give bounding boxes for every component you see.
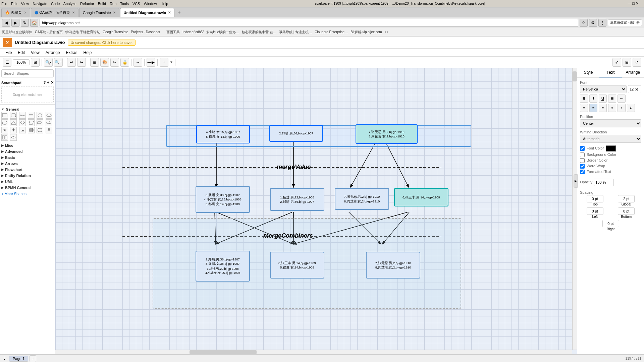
shape-triangle[interactable] [10, 119, 17, 126]
menu-view[interactable]: View [28, 50, 42, 56]
spacing-bottom-input[interactable] [618, 207, 635, 215]
bookmark-1[interactable]: 阿里邮箱企业版邮件 [2, 30, 32, 35]
sidebar-toggle-button[interactable]: ☰ [3, 58, 11, 67]
zoom-in-button[interactable]: 🔍+ [54, 58, 63, 67]
bookmark-8[interactable]: 安装Hue版的一些办… [206, 30, 239, 35]
menu-help[interactable]: Help [81, 50, 95, 56]
bookmark-2[interactable]: OA系统 - 后台首页 [35, 30, 63, 35]
shape-lines[interactable] [28, 112, 35, 119]
vertical-scrollbar[interactable] [572, 68, 577, 350]
opacity-input[interactable] [594, 179, 614, 186]
box-top-2[interactable]: 2,郑晴.男,36,bj-gp-1907 [269, 125, 323, 142]
scratchpad-add-icon[interactable]: + [47, 80, 49, 85]
spacing-global-input[interactable] [618, 195, 635, 202]
word-wrap-checkbox[interactable] [580, 164, 585, 169]
formatted-text-checkbox[interactable] [580, 170, 585, 174]
shape-misc-1[interactable] [1, 134, 8, 141]
shape-ellipse[interactable] [46, 112, 52, 119]
lock-button[interactable]: 🔒 [120, 58, 129, 67]
fullscreen-button[interactable]: ⤢ [612, 58, 621, 67]
canvas-area[interactable]: 4,小晓.女,25,bj-gp-1907 5,都囊.女,14,bj-gp-190… [55, 68, 577, 354]
box-mid-4[interactable]: 6,张三丰.男,14,bj-gp-1909 [394, 188, 448, 206]
reset-button[interactable]: ↺ [633, 58, 641, 67]
shape-cylinder[interactable] [28, 127, 35, 133]
extensions-button[interactable]: ⚙ [589, 19, 597, 27]
undo-button[interactable]: ↩ [67, 58, 76, 67]
menu-file[interactable]: File [3, 50, 14, 56]
align-center-button[interactable]: ≡ [589, 104, 597, 112]
shape-square-rounded[interactable] [1, 119, 8, 126]
panel-toggle-button[interactable]: ⊟ [623, 58, 631, 67]
shape-text[interactable]: Text [19, 112, 26, 119]
browser-tab-1[interactable]: 🔥 火藏页 ✕ [1, 8, 30, 17]
tab-arrange[interactable]: Arrange [622, 68, 644, 77]
more-format-button[interactable]: ⋯ [618, 95, 626, 103]
bold-button[interactable]: B [580, 95, 588, 103]
font-family-select[interactable]: Helvetica Arial Times New Roman [580, 85, 627, 93]
insert-button[interactable]: + [160, 58, 168, 67]
page-settings-button[interactable]: ⋮ [3, 356, 6, 361]
scratchpad-help-icon[interactable]: ? [44, 80, 46, 85]
home-button[interactable]: 🏠 [30, 19, 38, 27]
font-size-input[interactable] [628, 85, 641, 93]
valign-bot-button[interactable]: ⬇ [627, 104, 635, 112]
tab-text[interactable]: Text [599, 68, 622, 77]
shape-cloud[interactable]: ☁ [19, 127, 26, 133]
category-misc[interactable]: Misc [1, 142, 54, 148]
align-right-button[interactable]: ≡ [599, 104, 607, 112]
shape-person[interactable] [46, 127, 52, 133]
category-flowchart[interactable]: Flowchart [1, 166, 54, 172]
zoom-fit-button[interactable]: ⊞ [31, 58, 40, 67]
refresh-button[interactable]: ↻ [21, 19, 29, 27]
more-bookmarks[interactable]: >> [385, 30, 389, 34]
delete-button[interactable]: 🗑 [90, 58, 99, 67]
tab-close-1[interactable]: ✕ [24, 11, 26, 14]
bookmark-4[interactable]: Google Translate [103, 30, 128, 34]
menu-arrange[interactable]: Arrange [43, 50, 63, 56]
underline-button[interactable]: U [599, 95, 607, 103]
shape-cross[interactable]: ✚ [10, 127, 17, 133]
category-entity-relation[interactable]: Entity Relation [1, 172, 54, 178]
font-color-swatch[interactable] [606, 145, 616, 152]
box-mid-2[interactable]: 1,杨过.男,22,bj-gp-1908 2,郑晴.男,36,bj-gp-190… [270, 188, 324, 211]
unsaved-changes-button[interactable]: Unsaved changes. Click here to save. [68, 40, 136, 46]
valign-top-button[interactable]: ⬆ [608, 104, 616, 112]
bookmark-7[interactable]: Index of cdh5/ [182, 30, 204, 34]
align-left-button[interactable]: ≡ [580, 104, 588, 112]
tab-close-4[interactable]: ✕ [168, 11, 171, 14]
menu-extras[interactable]: Extras [63, 50, 80, 56]
back-button[interactable]: ◀ [2, 19, 10, 27]
vertical-scroll-thumb[interactable] [573, 71, 577, 81]
box-bot-2[interactable]: 6,张三丰.男,14,bj-gp-1909 5,都囊.女,14,bj-gp-19… [270, 252, 324, 279]
crop-button[interactable]: ✂ [110, 58, 119, 67]
spacing-right-input[interactable] [602, 220, 619, 227]
background-color-checkbox[interactable] [580, 153, 585, 157]
border-color-checkbox[interactable] [580, 158, 585, 163]
category-uml[interactable]: UML [1, 178, 54, 184]
bookmark-star[interactable]: ☆ [580, 19, 588, 27]
arrow-style-button[interactable]: → [133, 58, 142, 67]
valign-mid-button[interactable]: ↕ [618, 104, 626, 112]
category-bpmn-general[interactable]: BPMN General [1, 184, 54, 190]
forward-button[interactable]: ▶ [11, 19, 19, 27]
box-top-3[interactable]: 7,张无忌.男,2,bj-gp-1910 8,周芷若.女,2,bj-gp-191… [356, 124, 418, 144]
horizontal-scrollbar[interactable] [55, 350, 572, 354]
shape-circle[interactable] [37, 112, 43, 119]
shape-arrow-right[interactable] [46, 119, 52, 126]
spacing-top-input[interactable] [587, 195, 603, 202]
shape-star[interactable]: ★ [1, 127, 8, 133]
bookmark-6[interactable]: 画图工具 [166, 30, 180, 35]
position-select[interactable]: Center Left Right [580, 119, 641, 127]
box-top-1[interactable]: 4,小晓.女,25,bj-gp-1907 5,都囊.女,14,bj-gp-190… [196, 125, 250, 143]
strikethrough-button[interactable]: ≣ [608, 95, 616, 103]
box-mid-1[interactable]: 3,展昭.女,38,bj-gp-1907 4,小龙女,女,25,bj-gp-19… [196, 186, 250, 213]
zoom-display[interactable]: 100% [13, 59, 30, 65]
tab-close-3[interactable]: ✕ [113, 11, 116, 14]
shape-hexagon[interactable] [37, 127, 43, 133]
menu-edit[interactable]: Edit [15, 50, 28, 56]
address-input[interactable] [40, 19, 578, 27]
format-button[interactable]: 🎨 [100, 58, 109, 67]
scratchpad-drop-zone[interactable]: Drag elements here [1, 86, 54, 103]
box-bot-1[interactable]: 2,郑晴.男,36,bj-gp-1907 3,展昭.女,38,bj-gp-190… [196, 251, 250, 282]
italic-button[interactable]: I [589, 95, 597, 103]
